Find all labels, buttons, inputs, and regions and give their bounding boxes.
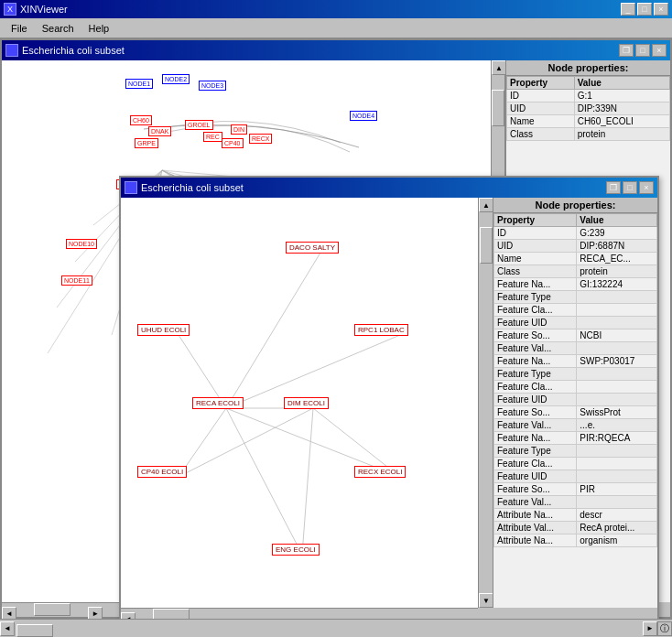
bg-node-red2[interactable]: DNAK [148,126,171,136]
bg-node-red4[interactable]: GROEL [185,120,213,130]
close-button[interactable]: × [654,3,668,16]
fg-props-col-value: Value [577,214,657,227]
outer-scroll-left[interactable]: ◄ [0,621,15,636]
minimize-button[interactable]: _ [621,3,635,16]
bg-props-cell-property: ID [507,90,575,103]
fg-props-cell-value: PIR [577,483,657,496]
fg-props-row: Feature Na...GI:132224 [494,278,657,291]
maximize-button[interactable]: □ [637,3,652,16]
fg-props-cell-value [577,496,657,509]
fg-panel: Escherichia coli subset ❐ □ × [119,176,659,624]
bg-node-red7[interactable]: CP40 [222,138,244,148]
fg-props-row: Feature Na...SWP:P03017 [494,355,657,368]
fg-props-row: Feature So...PIR [494,483,657,496]
bg-close-button[interactable]: × [652,44,667,57]
fg-node-dim[interactable]: DIM ECOLI [284,397,329,409]
fg-panel-title-bar: Escherichia coli subset ❐ □ × [121,178,657,198]
fg-props-row: Feature Val... [494,342,657,355]
outer-scroll-right[interactable]: ► [643,621,657,636]
fg-props-row: Feature Type [494,291,657,304]
bg-node-red5[interactable]: REC [203,132,222,142]
fg-props-cell-value: GI:132224 [577,278,657,291]
fg-props-row: Attribute Val...RecA protei... [494,522,657,534]
fg-props-row: Feature Type [494,368,657,381]
fg-props-cell-property: Feature Na... [494,278,577,291]
fg-node-uhud[interactable]: UHUD ECOLI [137,324,190,336]
fg-node-eng[interactable]: ENG ECOLI [272,544,320,556]
fg-props-cell-value [577,342,657,355]
bg-panel-icon [5,44,18,57]
fg-props-row: Classprotein [494,265,657,278]
fg-props-row: Feature Cla... [494,458,657,470]
fg-props-cell-property: Feature Na... [494,432,577,445]
fg-panel-icon [125,181,137,194]
menu-search[interactable]: Search [35,21,81,36]
bg-node-red3[interactable]: GRPE [135,138,158,148]
fg-node-daco[interactable]: DACO SALTY [286,242,339,254]
bg-node-red8[interactable]: RECX [249,134,272,144]
fg-props-cell-property: Feature Val... [494,419,577,432]
bg-scroll-up[interactable]: ▲ [492,60,506,75]
fg-props-row: Feature Cla... [494,381,657,394]
bg-restore-button[interactable]: ❐ [619,44,634,57]
fg-node-reca[interactable]: RECA ECOLI [192,397,244,409]
fg-props-row: Feature So...NCBI [494,329,657,342]
bg-props-cell-property: UID [507,103,575,115]
fg-props-cell-value: descr [577,509,657,522]
outer-scrollbar-horizontal[interactable]: ◄ ► ⓘ [0,619,672,637]
bg-panel-title-bar: Escherichia coli subset ❐ □ × [2,40,670,60]
fg-props-cell-value: NCBI [577,329,657,342]
bg-scroll-thumb-v[interactable] [492,90,504,126]
fg-props-cell-property: Feature UID [494,394,577,406]
fg-props-row: Feature So...SwissProt [494,406,657,419]
fg-scroll-up[interactable]: ▲ [479,198,493,212]
fg-props-cell-property: Attribute Val... [494,522,577,534]
fg-scroll-thumb-v[interactable] [480,227,493,264]
bg-props-cell-value: protein [574,128,669,141]
bg-node-red6[interactable]: DIN [231,124,247,135]
bg-scroll-thumb-h[interactable] [34,603,70,616]
fg-props-cell-value: organism [577,534,657,547]
fg-props-row: Attribute Na...organism [494,534,657,547]
main-title-bar: X XINViewer _ □ × [0,0,672,18]
app-title: XINViewer [20,4,68,15]
fg-node-cp40[interactable]: CP40 ECOLI [137,466,187,478]
fg-scroll-down[interactable]: ▼ [479,593,493,608]
fg-props-row: Feature UID [494,317,657,329]
svg-line-13 [226,253,320,408]
bg-props-cell-property: Class [507,128,575,141]
menu-help[interactable]: Help [81,21,117,36]
svg-line-22 [302,408,313,555]
fg-props-cell-property: Feature Na... [494,355,577,368]
menu-file[interactable]: File [4,21,35,36]
fg-node-recx[interactable]: RECX ECOLI [354,466,406,478]
fg-graph-area[interactable]: DACO SALTY UHUD ECOLI RPC1 LOBAC RECA EC… [121,198,493,608]
fg-panel-title: Escherichia coli subset [141,182,244,193]
fg-props-cell-value: PIR:RQECA [577,432,657,445]
fg-props-cell-property: Name [494,253,577,265]
bg-props-title: Node properties: [506,60,670,76]
fg-props-cell-value: RecA protei... [577,522,657,534]
fg-close-button[interactable]: × [639,181,654,194]
bg-node-red10[interactable]: NODE10 [66,239,97,249]
fg-node-rpc1[interactable]: RPC1 LOBAC [354,324,408,336]
bg-node-blue1[interactable]: NODE1 [125,79,153,89]
fg-props-cell-property: Feature So... [494,483,577,496]
info-button[interactable]: ⓘ [657,621,672,636]
fg-props-cell-property: Feature Type [494,368,577,381]
fg-props-row: Feature UID [494,470,657,483]
bg-node-red1[interactable]: CH60 [130,115,152,125]
bg-node-blue4[interactable]: NODE4 [350,111,377,121]
fg-maximize-button[interactable]: □ [623,181,637,194]
bg-node-red11[interactable]: NODE11 [61,275,92,286]
fg-scrollbar-vertical[interactable]: ▲ ▼ [478,198,493,608]
fg-props-row: Feature Val... [494,496,657,509]
fg-props-cell-property: Feature UID [494,317,577,329]
bg-node-blue2[interactable]: NODE2 [162,74,190,84]
bg-maximize-button[interactable]: □ [635,44,650,57]
fg-restore-button[interactable]: ❐ [606,181,621,194]
bg-node-blue3[interactable]: NODE3 [199,81,226,91]
outer-scroll-thumb[interactable] [16,624,53,637]
svg-line-19 [226,408,302,555]
bg-props-cell-value: G:1 [574,90,669,103]
